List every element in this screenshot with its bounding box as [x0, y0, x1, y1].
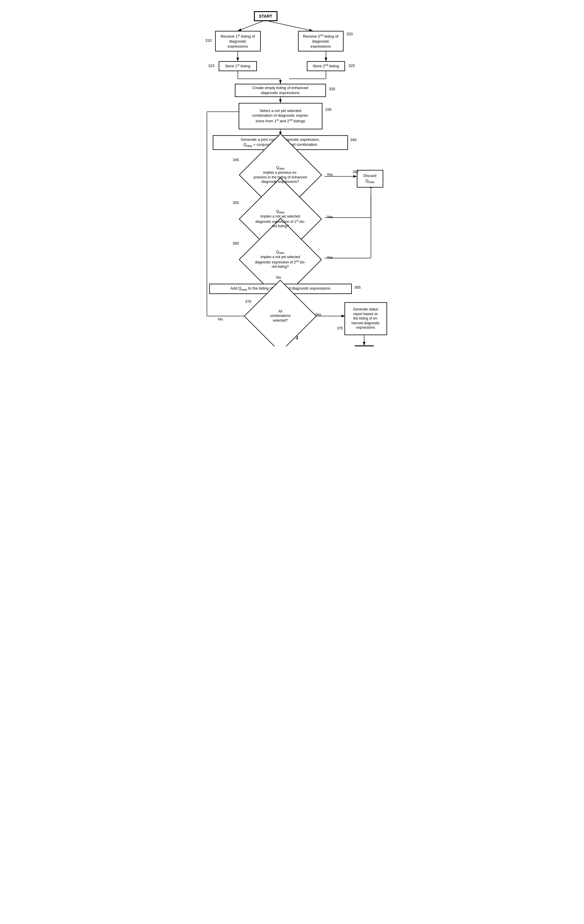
ref-355: 355 — [233, 201, 239, 205]
node-330: Create empty listing of enhanceddiagnost… — [235, 84, 326, 97]
node-325: Store 2nd listing — [307, 61, 345, 71]
node-320: Receive 2nd listing ofdiagnostic express… — [298, 31, 343, 51]
no-label-370: No — [218, 317, 223, 321]
node-350-label: DiscardQnew — [363, 173, 376, 184]
ref-370: 370 — [245, 299, 252, 304]
node-360: Qnew implies a not yet selecteddiagnosti… — [231, 241, 330, 279]
node-315: Store 1st listing — [219, 61, 257, 71]
yes-label-360: Yes — [327, 255, 333, 260]
start-node: START — [254, 11, 277, 21]
ref-345: 345 — [233, 158, 239, 162]
ref-320: 320 — [346, 32, 353, 36]
ref-330: 330 — [329, 87, 335, 91]
ref-365: 365 — [355, 285, 361, 290]
node-335: Select a not yet selectedcombination of … — [239, 103, 322, 129]
node-370: Allcombinationsselected? — [244, 299, 317, 334]
ref-375: 375 — [337, 326, 343, 330]
node-375-label: Generate statusreport based onthe listin… — [351, 307, 380, 330]
yes-label-370: Yes — [315, 312, 321, 317]
ref-315: 315 — [208, 63, 215, 68]
ref-325: 325 — [348, 63, 355, 68]
yes-label-345: Yes — [327, 172, 333, 177]
ref-335: 335 — [325, 107, 332, 112]
ref-310: 310 — [205, 38, 212, 43]
ref-350: 350 — [353, 170, 358, 174]
node-350: DiscardQnew — [357, 170, 383, 188]
yes-label-355: Yes — [327, 214, 333, 219]
node-315-label: Store 1st listing — [225, 63, 250, 69]
svg-line-1 — [238, 21, 263, 31]
node-375: Generate statusreport based onthe listin… — [345, 302, 387, 335]
node-320-label: Receive 2nd listing ofdiagnostic express… — [302, 33, 340, 49]
node-335-label: Select a not yet selectedcombination of … — [252, 109, 309, 124]
node-310: Receive 1st listing ofdiagnostic express… — [215, 31, 261, 51]
start-label: START — [259, 13, 272, 19]
svg-line-2 — [269, 21, 313, 31]
end-node: END — [355, 345, 374, 346]
node-325-label: Store 2nd listing — [313, 63, 339, 69]
ref-360: 360 — [233, 241, 239, 246]
node-310-label: Receive 1st listing ofdiagnostic express… — [219, 33, 257, 49]
no-label-360: No — [276, 275, 281, 280]
ref-340: 340 — [350, 138, 357, 142]
node-330-label: Create empty listing of enhanceddiagnost… — [252, 86, 308, 96]
